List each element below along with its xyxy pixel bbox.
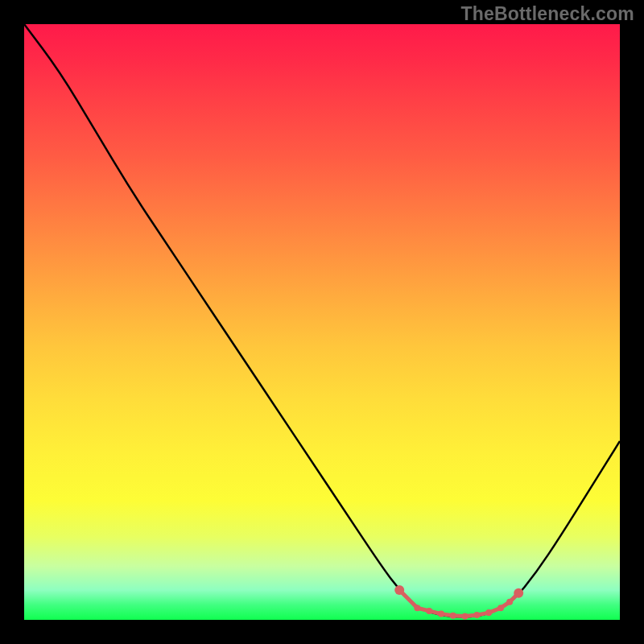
- marker-dot: [485, 609, 492, 616]
- marker-dot: [450, 613, 456, 619]
- marker-dot: [462, 613, 469, 620]
- marker-dot: [438, 611, 444, 617]
- marker-dot: [497, 605, 504, 611]
- watermark-text: TheBottleneck.com: [460, 3, 634, 25]
- marker-dot: [414, 605, 420, 611]
- plot-area: [24, 24, 620, 620]
- bottleneck-curve: [24, 24, 620, 617]
- chart-container: TheBottleneck.com: [0, 0, 644, 644]
- optimal-zone-markers: [394, 585, 523, 620]
- marker-dot: [394, 585, 404, 595]
- chart-svg: [24, 24, 620, 620]
- marker-dot: [426, 608, 432, 614]
- marker-dot: [506, 599, 513, 605]
- marker-dot: [473, 612, 480, 618]
- marker-dot: [514, 588, 523, 598]
